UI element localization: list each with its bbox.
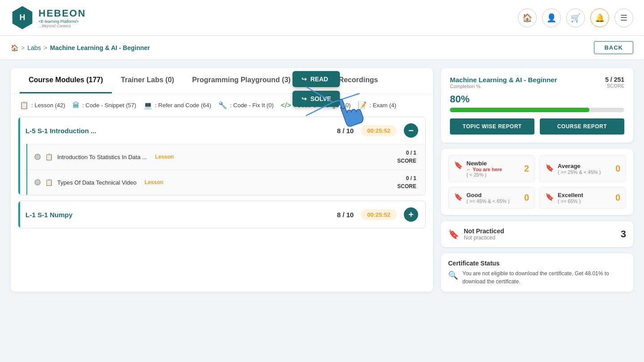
level-newbie-left: 🔖 Newbie ← You are here ( < 25% ) xyxy=(454,160,502,177)
module-left-bar-2 xyxy=(18,201,20,228)
home-icon-btn[interactable]: 🏠 xyxy=(518,8,537,27)
report-buttons: TOPIC WISE REPORT COURSE REPORT xyxy=(450,118,624,135)
levels-grid: 🔖 Newbie ← You are here ( < 25% ) 2 🔖 Av… xyxy=(441,149,633,215)
back-button[interactable]: BACK xyxy=(594,41,633,54)
legend-code-snippet: 🏛 : Code - Snippet (57) xyxy=(72,101,136,109)
item-title-1-1: Introduction To Statistics In Data ... xyxy=(57,154,147,160)
np-left: 🔖 Not Practiced Not practiced xyxy=(448,227,504,241)
cert-text: You are not eligible to download the cer… xyxy=(462,269,626,286)
logo-text: HEBEON <E-learning Platform/> ...Beyond … xyxy=(38,8,86,28)
legend-lesson-label: : Lesson (42) xyxy=(31,102,65,109)
item-score-1-1: 0 / 1 xyxy=(406,150,416,156)
level-newbie: 🔖 Newbie ← You are here ( < 25% ) 2 xyxy=(448,155,535,182)
header: H HEBEON <E-learning Platform/> ...Beyon… xyxy=(0,0,644,36)
collapse-btn-1[interactable]: − xyxy=(404,123,418,138)
newbie-icon: 🔖 xyxy=(454,161,463,169)
left-panel: Course Modules (177) Trainer Labs (0) Pr… xyxy=(11,68,433,292)
module-item-left-1-1: 📋 Introduction To Statistics In Data ...… xyxy=(34,153,174,160)
score-fraction: 5 / 251 xyxy=(605,76,624,83)
refer-code-icon: 💻 xyxy=(144,101,153,109)
lesson-icon: 📋 xyxy=(20,101,29,109)
course-report-btn[interactable]: COURSE REPORT xyxy=(540,118,624,135)
read-arrow-icon: ↪ xyxy=(301,76,307,83)
logo-area: H HEBEON <E-learning Platform/> ...Beyon… xyxy=(11,6,86,29)
module-header-2[interactable]: L-1 S-1 Numpy 8 / 10 00:25:52 + xyxy=(18,201,425,228)
score-label: SCORE xyxy=(605,83,624,88)
item-dot-1-2 xyxy=(34,179,41,185)
menu-icon-btn[interactable]: ☰ xyxy=(614,8,633,27)
score-card-header: Machine Learning & AI - Beginner Complet… xyxy=(450,76,624,89)
level-good-name: Good xyxy=(466,192,509,198)
level-excellent-sub: ( >= 65% ) xyxy=(558,198,583,204)
read-popup-item[interactable]: ↪ READ xyxy=(292,71,340,87)
module-content-1: 📋 Introduction To Statistics In Data ...… xyxy=(18,144,425,195)
header-icons: 🏠 👤 🛒 🔔 ☰ xyxy=(518,8,633,27)
code-challenge-icon: </> xyxy=(281,101,291,109)
cursor-pointer-icon xyxy=(326,91,367,131)
legend-lesson: 📋 : Lesson (42) xyxy=(20,101,65,109)
module-score-2: 8 / 10 xyxy=(337,211,354,219)
tab-programming-playground[interactable]: Programming Playground (3) xyxy=(183,68,299,93)
item-score-1-2: 0 / 1 xyxy=(406,175,416,181)
module-time-2: 00:25:52 xyxy=(361,209,397,220)
breadcrumb-sep-1: > xyxy=(21,44,25,51)
level-good-sub: ( >= 45% & < 65% ) xyxy=(466,198,509,204)
level-average-left: 🔖 Average ( >= 25% & < 45% ) xyxy=(545,163,601,175)
topic-wise-report-btn[interactable]: TOPIC WISE REPORT xyxy=(450,118,534,135)
level-newbie-sub: ( < 25% ) xyxy=(466,172,502,177)
module-title-1: L-5 S-1 Introduction ... xyxy=(25,127,96,135)
svg-rect-3 xyxy=(339,99,346,109)
completion-label: Completion % xyxy=(450,84,557,89)
level-newbie-info: Newbie ← You are here ( < 25% ) xyxy=(466,160,502,177)
tab-trainer-labs[interactable]: Trainer Labs (0) xyxy=(112,68,183,93)
legend-code-fix: 🔧 : Code - Fix It (0) xyxy=(218,101,274,109)
level-excellent-count: 0 xyxy=(615,193,620,203)
cart-icon-btn[interactable]: 🛒 xyxy=(566,8,585,27)
level-newbie-name: Newbie xyxy=(466,160,502,167)
excellent-icon: 🔖 xyxy=(545,193,554,201)
logo-name: HEBEON xyxy=(38,8,86,19)
legend-refer-code: 💻 : Refer and Code (64) xyxy=(144,101,212,109)
expand-btn-2[interactable]: + xyxy=(404,207,418,222)
level-good-info: Good ( >= 45% & < 65% ) xyxy=(466,192,509,204)
lesson-icon-1-1: 📋 xyxy=(45,153,53,160)
item-type-1-1: Lesson xyxy=(155,154,174,160)
cert-title: Certificate Status xyxy=(448,260,626,267)
legend-exam-label: : Exam (4) xyxy=(369,102,396,109)
item-score-label-1-2: SCORE xyxy=(397,183,416,189)
labs-breadcrumb-link[interactable]: Labs xyxy=(27,44,41,51)
legend: 📋 : Lesson (42) 🏛 : Code - Snippet (57) … xyxy=(11,94,433,113)
progress-bar-bg xyxy=(450,108,624,112)
module-card-2: L-1 S-1 Numpy 8 / 10 00:25:52 + xyxy=(18,201,426,228)
module-item-1-1: 📋 Introduction To Statistics In Data ...… xyxy=(25,144,425,169)
level-average-name: Average xyxy=(558,163,601,169)
np-title: Not Practiced xyxy=(464,227,504,235)
level-newbie-count: 2 xyxy=(524,164,529,174)
level-good-left: 🔖 Good ( >= 45% & < 65% ) xyxy=(454,192,509,204)
level-excellent: 🔖 Excellent ( >= 65% ) 0 xyxy=(539,187,626,209)
logo-hex: H xyxy=(11,6,34,29)
breadcrumb: 🏠 > Labs > Machine Learning & AI - Begin… xyxy=(11,44,150,51)
level-excellent-info: Excellent ( >= 65% ) xyxy=(558,192,583,204)
code-fix-icon: 🔧 xyxy=(218,101,227,109)
certificate-card: Certificate Status 🔍 You are not eligibl… xyxy=(441,253,633,292)
level-excellent-left: 🔖 Excellent ( >= 65% ) xyxy=(545,192,583,204)
level-newbie-you: ← You are here xyxy=(466,167,502,172)
score-card-title-area: Machine Learning & AI - Beginner Complet… xyxy=(450,76,557,89)
level-average-info: Average ( >= 25% & < 45% ) xyxy=(558,163,601,175)
home-breadcrumb[interactable]: 🏠 xyxy=(11,44,18,51)
not-practiced-card: 🔖 Not Practiced Not practiced 3 xyxy=(441,221,633,247)
tab-course-modules[interactable]: Course Modules (177) xyxy=(20,68,112,93)
logo-tagline: ...Beyond Careers xyxy=(38,24,86,28)
popup-overlay: ↪ READ ↪ SOLVE xyxy=(292,71,340,107)
code-snippet-icon: 🏛 xyxy=(72,101,80,109)
np-info: Not Practiced Not practiced xyxy=(464,227,504,241)
score-right-area: 5 / 251 SCORE xyxy=(605,76,624,88)
bell-icon-btn[interactable]: 🔔 xyxy=(590,8,609,27)
level-average-count: 0 xyxy=(615,164,620,174)
item-score-area-1-1: 0 / 1 SCORE xyxy=(397,150,416,164)
breadcrumb-bar: 🏠 > Labs > Machine Learning & AI - Begin… xyxy=(0,36,644,60)
user-icon-btn[interactable]: 👤 xyxy=(542,8,561,27)
good-icon: 🔖 xyxy=(454,193,463,201)
legend-code-fix-label: : Code - Fix It (0) xyxy=(230,102,274,109)
